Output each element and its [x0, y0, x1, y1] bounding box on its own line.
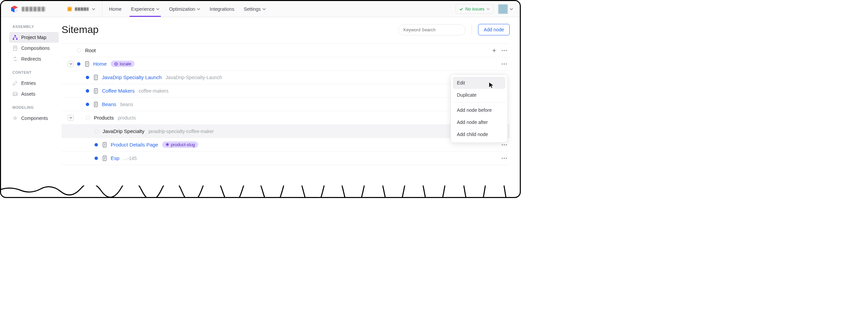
svg-point-11: [14, 117, 16, 119]
node-slug: coffee-makers: [138, 88, 168, 93]
more-icon[interactable]: [500, 154, 508, 162]
svg-point-25: [504, 63, 505, 64]
sidebar-item-project-map[interactable]: Project Map: [9, 32, 59, 43]
ctx-add-child[interactable]: Add child node: [453, 128, 505, 140]
node-name: Root: [85, 48, 96, 53]
ctx-edit[interactable]: Edit: [453, 77, 505, 89]
chevron-down-icon: [262, 7, 266, 11]
expand-toggle[interactable]: [68, 115, 74, 121]
chevron-down-icon: [197, 7, 200, 11]
expand-toggle[interactable]: [68, 61, 74, 67]
torn-edge: [0, 186, 521, 198]
search-input[interactable]: [398, 24, 466, 35]
node-name[interactable]: Coffee Makers: [102, 88, 134, 93]
node-name[interactable]: Beans: [102, 101, 116, 107]
file-icon: [85, 61, 90, 67]
node-slug: products: [118, 115, 136, 120]
sidebar-item-assets[interactable]: Assets: [1, 88, 62, 99]
sitemap-icon: [12, 35, 18, 40]
status-empty: [86, 116, 90, 120]
node-name[interactable]: JavaDrip Specialty Launch: [102, 75, 162, 80]
sidebar-item-components[interactable]: Components: [1, 113, 62, 123]
file-icon: [93, 75, 99, 80]
add-node-button[interactable]: Add node: [478, 24, 510, 35]
org-name: [22, 7, 45, 11]
chevron-down-icon: [92, 7, 95, 11]
nav-settings[interactable]: Settings: [244, 1, 266, 17]
status-dot: [86, 76, 89, 79]
node-name[interactable]: Home: [93, 61, 107, 67]
sidebar-section-assembly: ASSEMBLY: [1, 25, 62, 32]
svg-point-59: [504, 144, 505, 145]
ctx-add-after[interactable]: Add node after: [453, 116, 505, 128]
nav-integrations[interactable]: Integrations: [210, 1, 234, 17]
svg-rect-3: [14, 35, 16, 36]
node-slug: javadrip-specialty-coffee-maker: [148, 129, 214, 134]
svg-point-65: [502, 158, 503, 159]
svg-point-60: [506, 144, 507, 145]
node-slug: beans: [120, 102, 133, 107]
redirect-icon: [12, 56, 18, 62]
svg-point-66: [504, 158, 505, 159]
tree-row[interactable]: Productsproducts: [62, 111, 510, 125]
sidebar-item-entries[interactable]: Entries: [1, 78, 62, 88]
check-icon: [459, 7, 463, 11]
tree-row[interactable]: JavaDrip Specialty LaunchJavaDrip-Specia…: [62, 71, 510, 84]
file-icon: [102, 142, 107, 147]
nav-home[interactable]: Home: [109, 1, 121, 17]
status-dot: [95, 143, 98, 146]
file-icon: [102, 156, 107, 161]
svg-point-58: [502, 144, 503, 145]
status-dot: [95, 157, 98, 160]
svg-point-12: [460, 29, 460, 30]
file-icon: [93, 88, 99, 93]
svg-point-16: [506, 50, 507, 51]
node-name[interactable]: Product Details Page: [111, 142, 158, 147]
chevron-down-icon: [156, 7, 159, 11]
tree-row[interactable]: Coffee Makerscoffee-makers: [62, 84, 510, 98]
tree-row[interactable]: Homelocale: [62, 57, 510, 71]
avatar[interactable]: [498, 4, 508, 14]
svg-point-24: [502, 63, 503, 64]
svg-rect-4: [13, 38, 14, 40]
node-slug: JavaDrip-Specialty-Launch: [166, 75, 222, 80]
context-menu: Edit Duplicate Add node before Add node …: [451, 75, 508, 143]
svg-point-15: [504, 50, 505, 51]
node-name[interactable]: Esp: [111, 155, 119, 161]
more-icon[interactable]: [500, 60, 508, 68]
svg-point-26: [506, 63, 507, 64]
chevron-down-icon: [487, 7, 490, 11]
search-icon: [460, 27, 461, 32]
page-title: Sitemap: [62, 24, 398, 35]
status-empty: [95, 129, 99, 133]
sidebar-item-compositions[interactable]: Compositions: [1, 43, 62, 54]
node-slug: ...-145: [123, 156, 137, 161]
chevron-down-icon[interactable]: [510, 7, 513, 11]
file-icon: [12, 46, 18, 51]
issues-button[interactable]: No issues: [456, 4, 494, 14]
tree-row[interactable]: Esp...-145: [62, 152, 510, 165]
status-empty: [77, 49, 81, 53]
svg-rect-5: [16, 38, 18, 40]
node-name: Products: [94, 115, 114, 120]
project-switcher[interactable]: [68, 1, 102, 17]
nav-optimization[interactable]: Optimization: [169, 1, 200, 17]
sidebar-item-redirects[interactable]: Redirects: [1, 54, 62, 64]
cursor-icon: [489, 82, 494, 88]
ctx-duplicate[interactable]: Duplicate: [453, 89, 505, 101]
logo-icon: [10, 5, 19, 13]
svg-point-14: [502, 50, 503, 51]
locale-badge: ✱product-slug: [162, 141, 198, 148]
file-icon: [93, 102, 99, 107]
status-dot: [86, 89, 89, 92]
tree-row[interactable]: Product Details Page✱product-slug: [62, 138, 510, 152]
tree-row[interactable]: Beansbeans: [62, 98, 510, 111]
ctx-add-before[interactable]: Add node before: [453, 104, 505, 116]
sidebar-section-content: CONTENT: [1, 71, 62, 78]
nav-experience[interactable]: Experience: [131, 1, 159, 17]
add-child-icon[interactable]: [490, 47, 498, 55]
status-dot: [86, 103, 89, 106]
more-icon[interactable]: [500, 47, 508, 55]
tree-row[interactable]: Root: [62, 44, 510, 57]
tree-row[interactable]: JavaDrip Specialtyjavadrip-specialty-cof…: [62, 125, 510, 138]
